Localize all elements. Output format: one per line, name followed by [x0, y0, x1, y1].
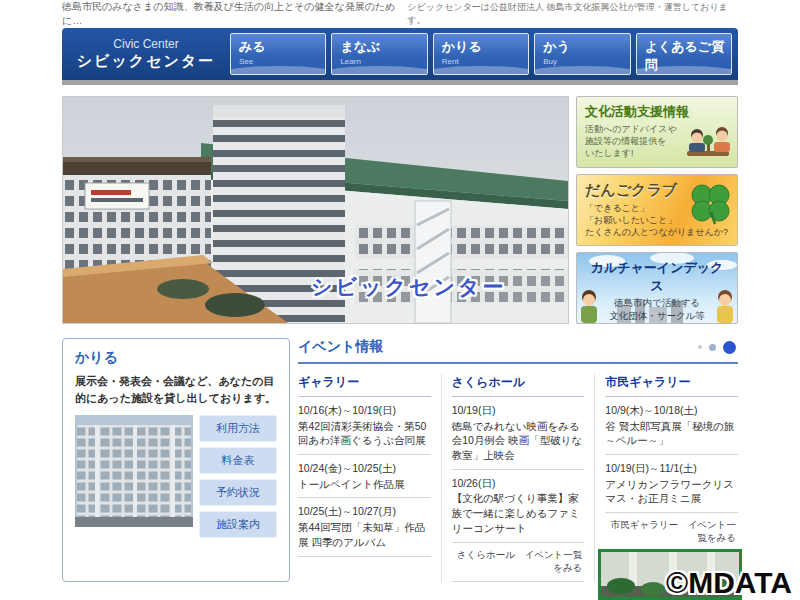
event-date: 10/25(土)～10/27(月) [298, 504, 431, 519]
nav-label: まなぶ [340, 38, 426, 56]
rent-button-usage[interactable]: 利用方法 [199, 415, 277, 442]
navbar-shadow [62, 80, 738, 85]
rent-buttons: 利用方法 料金表 予約状況 施設案内 [199, 415, 277, 538]
banner-culture-support[interactable]: 文化活動支援情報 活動へのアドバイスや 施設等の情報提供を いたします! [576, 96, 738, 168]
event-column-sakura-hall: さくらホール 10/19(日) 徳島でみれない映画をみる会10月例会 映画「型破… [441, 374, 595, 582]
nav-item-buy[interactable]: かう Buy [534, 33, 630, 75]
banner-dango-club[interactable]: だんごクラブ 「できること」 「お願いしたいこと」 たくさんの人とつながりません… [576, 174, 738, 246]
event-column-title: 市民ギャラリー [605, 374, 738, 397]
event-item[interactable]: 10/9(木)～10/18(土) 谷 賢太郎写真展「秘境の旅 ～ペルー～」 [605, 397, 738, 455]
hero-caption: シビックセンター [311, 273, 506, 301]
management-note: シビックセンターは公益財団法人 徳島市文化振興公社が管理・運営しております。 [407, 1, 738, 27]
nav-label: かりる [442, 38, 528, 56]
carousel-dots [698, 341, 738, 354]
event-title: 【文化の駅づくり事業】家族で一緒に楽しめるファミリーコンサート [452, 491, 585, 535]
nav-sublabel: See [239, 57, 325, 66]
event-item[interactable]: 10/24(金)～10/25(土) トールペイント作品展 [298, 455, 431, 498]
banner-title: だんごクラブ [585, 181, 729, 200]
banner-text: 活動へのアドバイスや 施設等の情報提供を いたします! [585, 123, 729, 159]
site-logo[interactable]: Civic Center シビックセンター [62, 37, 230, 71]
banner-title: 文化活動支援情報 [585, 103, 729, 121]
nav-sublabel: Buy [543, 57, 629, 66]
banner-title: カルチャーインデックス [585, 259, 729, 295]
event-column-title: さくらホール [452, 374, 585, 397]
nav-label: よくあるご質問 [645, 38, 731, 74]
events-section: イベント情報 ギャラリー 10/16(木)～10/19(日) 第42回清彩美術協… [298, 338, 738, 582]
rent-button-pricing[interactable]: 料金表 [199, 447, 277, 474]
banner-text: 徳島市内で活動する 文化団体・サークル等 をご紹介♪ [585, 297, 729, 324]
nav-item-see[interactable]: みる See [230, 33, 326, 75]
event-title: 谷 賢太郎写真展「秘境の旅 ～ペルー～」 [605, 419, 738, 448]
citizen-gallery-event-list-link[interactable]: 市民ギャラリー イベント一覧をみる [605, 513, 738, 552]
event-item[interactable]: 10/25(土)～10/27(月) 第44回写団「未知草」作品展 四季のアルバム [298, 498, 431, 556]
event-item[interactable]: 10/26(日) 【文化の駅づくり事業】家族で一緒に楽しめるファミリーコンサート [452, 470, 585, 543]
event-item[interactable]: 10/16(木)～10/19(日) 第42回清彩美術協会・第50回あわ洋画ぐるう… [298, 397, 431, 455]
logo-english: Civic Center [62, 37, 230, 52]
event-item[interactable]: 10/19(日) 徳島でみれない映画をみる会10月例会 映画「型破りな教室」上映… [452, 397, 585, 470]
hero-row: シビックセンター 文化活動支援情報 活動へのアドバイスや 施設等の情報提供を い… [62, 96, 738, 324]
carousel-dot[interactable] [709, 344, 716, 351]
event-item[interactable]: 10/19(日)～11/1(土) アメリカンフラワークリスマス・お正月ミニ展 [605, 455, 738, 513]
nav-sublabel: Rent [442, 57, 528, 66]
rent-title: かりる [75, 349, 277, 367]
banner-text: 「できること」 「お願いしたいこと」 たくさんの人とつながりませんか? [585, 202, 729, 238]
event-column-title: ギャラリー [298, 374, 431, 397]
nav-item-faq[interactable]: よくあるご質問 FAQ [636, 33, 732, 75]
events-title: イベント情報 [298, 338, 383, 356]
rent-body: 利用方法 料金表 予約状況 施設案内 [75, 415, 277, 538]
event-date: 10/19(日)～11/1(土) [605, 461, 738, 476]
events-header: イベント情報 [298, 338, 738, 364]
event-title: 徳島でみれない映画をみる会10月例会 映画「型破りな教室」上映会 [452, 419, 585, 463]
event-date: 10/26(日) [452, 476, 585, 491]
nav-label: みる [239, 38, 325, 56]
sakura-hall-event-list-link[interactable]: さくらホール イベント一覧をみる [452, 543, 585, 582]
facility-photo [75, 415, 193, 527]
middle-row: かりる 展示会・発表会・会議など、あなたの目的にあった施設を貸し出しております。 [62, 338, 738, 582]
rent-button-facility-guide[interactable]: 施設案内 [199, 511, 277, 538]
event-date: 10/19(日) [452, 403, 585, 418]
event-title: アメリカンフラワークリスマス・お正月ミニ展 [605, 477, 738, 506]
event-column-gallery: ギャラリー 10/16(木)～10/19(日) 第42回清彩美術協会・第50回あ… [298, 374, 441, 582]
event-date: 10/16(木)～10/19(日) [298, 403, 431, 418]
event-title: トールペイント作品展 [298, 477, 431, 492]
logo-japanese: シビックセンター [62, 52, 230, 71]
event-title: 第44回写団「未知草」作品展 四季のアルバム [298, 520, 431, 549]
event-title: 第42回清彩美術協会・第50回あわ洋画ぐるうぷ合同展 [298, 419, 431, 448]
civic-center-homepage: 徳島市民のみなさまの知識、教養及び生活の向上とその健全な発展のために… シビック… [62, 0, 738, 600]
nav-item-rent[interactable]: かりる Rent [433, 33, 529, 75]
carousel-dot-active[interactable] [723, 341, 736, 354]
hero-carousel-slide[interactable]: シビックセンター [62, 96, 569, 324]
carousel-dot[interactable] [698, 345, 702, 349]
banner-culture-index[interactable]: カルチャーインデックス 徳島市内で活動する 文化団体・サークル等 をご紹介♪ [576, 252, 738, 324]
banner-column: 文化活動支援情報 活動へのアドバイスや 施設等の情報提供を いたします! だんご… [576, 96, 738, 324]
main-navbar: Civic Center シビックセンター みる See まなぶ Learn か… [62, 28, 738, 80]
topbar: 徳島市民のみなさまの知識、教養及び生活の向上とその健全な発展のために… シビック… [62, 0, 738, 28]
watermark: ©MDATA [666, 566, 792, 600]
event-date: 10/9(木)～10/18(土) [605, 403, 738, 418]
event-date: 10/24(金)～10/25(土) [298, 461, 431, 476]
rent-section: かりる 展示会・発表会・会議など、あなたの目的にあった施設を貸し出しております。 [62, 338, 290, 582]
nav-label: かう [543, 38, 629, 56]
primary-nav: みる See まなぶ Learn かりる Rent かう Buy よくあるご質問… [230, 33, 732, 75]
rent-description: 展示会・発表会・会議など、あなたの目的にあった施設を貸し出しております。 [75, 373, 277, 407]
nav-item-learn[interactable]: まなぶ Learn [331, 33, 427, 75]
site-tagline: 徳島市民のみなさまの知識、教養及び生活の向上とその健全な発展のために… [62, 0, 407, 28]
rent-button-reservation-status[interactable]: 予約状況 [199, 479, 277, 506]
nav-sublabel: Learn [340, 57, 426, 66]
